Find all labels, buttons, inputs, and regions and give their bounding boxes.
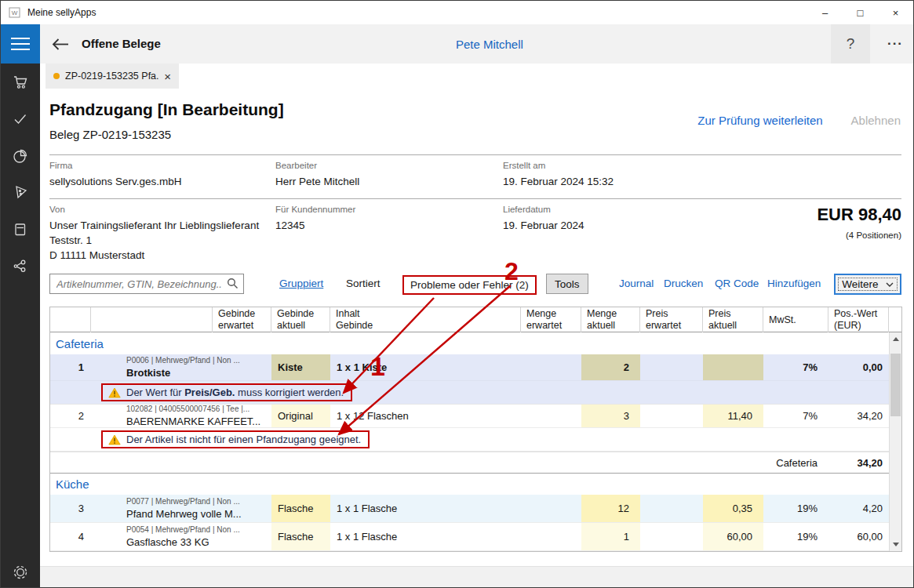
erstellt-value: 19. Februar 2024 15:32 [503,175,901,189]
von-line1: Unser Trainingslieferant Ihr Lieblingsli… [49,219,275,233]
scroll-down-icon[interactable] [890,538,901,551]
row-number: 1 [50,354,91,380]
col-article [91,307,213,332]
group-label: Cafeteria [56,337,104,350]
reject-button[interactable]: Ablehnen [851,114,901,127]
warning-triangle-icon [108,434,121,445]
bearbeiter-label: Bearbeiter [275,161,503,170]
more-options-icon[interactable]: ··· [876,24,914,64]
inhalt-cell: 1 x 1 Kiste [330,354,521,380]
minimize-button[interactable]: – [807,1,843,24]
page-title: Offene Belege [82,37,161,50]
bearbeiter-value: Herr Pete Mitchell [275,175,503,189]
preis-aktuell-cell[interactable]: 0,35 [703,495,763,522]
close-button[interactable]: × [878,1,913,24]
firma-label: Firma [49,161,275,170]
table-row[interactable]: 4 P0054 | Mehrweg/Pfand | Non ... Gasfla… [50,523,901,551]
gebinde-aktuell-cell[interactable]: Flasche [271,495,330,522]
document-number: Beleg ZP-0219-153235 [49,128,171,141]
preis-aktuell-cell[interactable]: 11,40 [703,405,763,427]
col-preis-aktuell: Preis aktuell [703,307,763,332]
positions-count: (4 Positionen) [817,230,901,240]
table-row[interactable]: 1 P0006 | Mehrweg/Pfand | Non ... Brotki… [50,354,901,381]
pos-wert-cell: 0,00 [828,354,889,380]
qr-code-link[interactable]: QR Code [715,278,759,289]
weitere-button[interactable]: Weitere [834,274,901,295]
hinzufuegen-link[interactable]: Hinzufügen [767,278,821,289]
document-content: Pfandzugang [In Bearbeitung] Beleg ZP-02… [40,89,913,588]
subtotal-label: Cafeteria [763,452,828,473]
warning-row: Der Wert für Preis/Geb. muss korrigiert … [50,381,901,405]
pie-chart-icon[interactable] [1,137,40,174]
gebinde-aktuell-cell[interactable]: Flasche [271,523,330,550]
table-body: Cafeteria 1 P0006 | Mehrweg/Pfand | Non … [50,332,901,551]
share-icon[interactable] [1,248,40,285]
warning-triangle-icon [108,387,121,398]
group-label: Küche [56,477,89,491]
mwst-cell: 7% [763,405,828,427]
menge-aktuell-cell[interactable]: 2 [581,354,640,380]
row-number: 4 [50,523,91,550]
tab-bar: ZP-0219-153235 Pfa... × [40,64,913,89]
sortiert-toggle[interactable]: Sortiert [346,278,381,289]
scrollbar-thumb[interactable] [890,354,901,416]
row-number: 2 [50,405,91,427]
preis-aktuell-cell[interactable] [703,354,763,380]
gebinde-aktuell-cell[interactable]: Kiste [271,354,330,380]
info-row-2: Von Unser Trainingslieferant Ihr Lieblin… [49,198,901,263]
maximize-button[interactable]: □ [843,1,878,24]
journal-link[interactable]: Journal [619,278,654,289]
document-tab[interactable]: ZP-0219-153235 Pfa... × [46,64,179,89]
weitere-label: Weitere [842,278,878,290]
pizza-slice-icon[interactable] [1,174,40,211]
group-header-kueche: Küche [50,473,901,495]
pos-wert-cell: 60,00 [828,523,889,550]
mwst-cell: 19% [763,495,828,522]
subtotal-value: 34,20 [828,452,889,473]
drucken-link[interactable]: Drucken [664,278,703,289]
info-row-1: Firma sellysolutions Serv.ges.mbH Bearbe… [49,154,901,189]
inhalt-cell: 1 x 1 Flasche [330,495,521,522]
mwst-cell: 7% [763,354,828,380]
erstellt-label: Erstellt am [503,161,901,170]
search-input[interactable] [49,274,244,294]
von-line2: Teststr. 1 [49,234,275,248]
book-icon[interactable] [1,211,40,248]
back-arrow-icon[interactable] [51,38,69,54]
gruppiert-toggle[interactable]: Gruppiert [279,278,323,289]
col-menge-erwartet: Menge erwartet [521,307,581,332]
app-window: W Meine sellyApps – □ × [0,0,914,588]
help-icon[interactable]: ? [831,24,870,64]
tools-button[interactable]: Tools [546,274,588,294]
document-title: Pfandzugang [In Bearbeitung] [49,100,284,119]
user-name[interactable]: Pete Mitchell [456,38,523,51]
tab-close-icon[interactable]: × [164,70,171,83]
unsaved-dot-icon [53,73,60,79]
table-row[interactable]: 3 P0077 | Mehrweg/Pfand | Non ... Pfand … [50,495,901,523]
check-icon[interactable] [1,100,40,137]
warning-message-box: Der Wert für Preis/Geb. muss korrigiert … [101,383,352,401]
tab-label: ZP-0219-153235 Pfa... [65,71,158,82]
menge-aktuell-cell[interactable]: 12 [581,495,640,522]
table-row[interactable]: 2 102082 | 04005500007456 | Tee |... BAE… [50,405,901,428]
table-header-row: Gebinde erwartet Gebinde aktuell Inhalt … [50,307,901,332]
preis-aktuell-cell[interactable]: 60,00 [703,523,763,550]
von-line3: D 11111 Musterstadt [49,249,275,263]
menge-aktuell-cell[interactable]: 3 [581,405,640,427]
scroll-up-icon[interactable] [890,332,901,346]
search-icon[interactable] [227,278,239,292]
gebinde-aktuell-cell[interactable]: Original [271,405,330,427]
menu-icon[interactable] [1,24,40,64]
kundennummer-label: Für Kundennummer [275,205,503,214]
settings-gear-icon[interactable] [1,563,40,582]
menge-aktuell-cell[interactable]: 1 [581,523,640,550]
cart-icon[interactable] [1,64,40,100]
article-name: Brotkiste [126,367,170,379]
probleme-fehler-toggle[interactable]: Probleme oder Fehler (2) [402,275,537,295]
document-total: EUR 98,40 [817,205,901,225]
status-bar [40,566,913,588]
vertical-scrollbar[interactable] [889,332,901,551]
col-mwst: MwSt. [763,307,828,332]
forward-review-button[interactable]: Zur Prüfung weiterleiten [697,114,822,127]
window-title: Meine sellyApps [27,7,96,18]
